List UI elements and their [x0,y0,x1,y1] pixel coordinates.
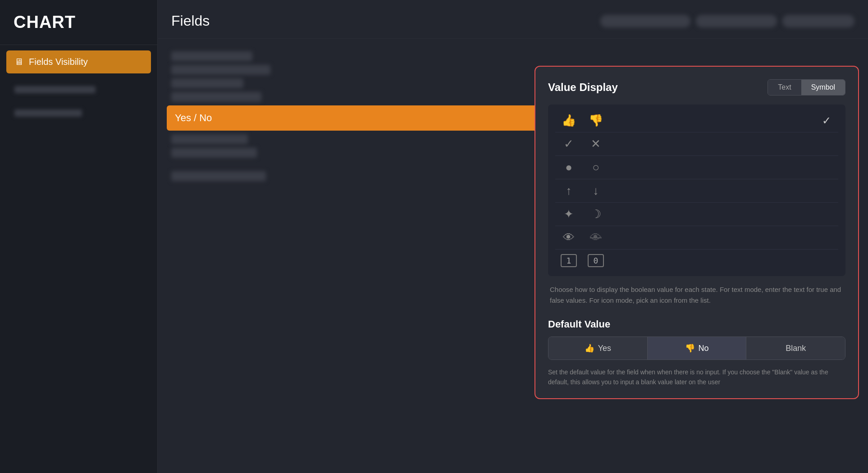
empty-circle-icon: ○ [588,160,604,174]
sidebar-item-fields-visibility[interactable]: 🖥 Fields Visibility [6,50,151,73]
sidebar: CHART 🖥 Fields Visibility [0,0,158,473]
yes-icon: 👍 [585,343,594,353]
symbol-row-check[interactable]: ✓ ✕ [555,132,838,156]
symbol-pair-check: ✓ ✕ [561,137,604,151]
header-blurred-2 [696,15,777,27]
header-right-controls [600,15,854,27]
default-blank-button[interactable]: Blank [746,337,845,359]
selected-check-icon: ✓ [822,114,831,127]
default-yes-button[interactable]: 👍 Yes [548,337,647,359]
selected-field-label: Yes / No [175,112,212,124]
panel-title: Value Display [548,81,618,94]
check-icon: ✓ [561,137,577,151]
sidebar-title: CHART [0,0,157,45]
header-blurred-1 [600,15,690,27]
sidebar-blurred-item-1 [6,81,151,99]
cross-icon: ✕ [588,137,604,151]
blank-label: Blank [786,344,806,353]
one-box-icon: 1 [561,254,577,267]
field-list-area: Yes / No ✕ Value Display Text Symbol [158,39,868,473]
value-display-description: Choose how to display the boolean value … [548,284,845,306]
zero-box-icon: 0 [588,254,604,267]
sidebar-blurred-item-2 [6,104,151,122]
yes-label: Yes [598,344,611,353]
filled-circle-icon: ● [561,160,577,174]
symbol-row-thumbs[interactable]: 👍 👎 ✓ [555,109,838,132]
no-icon: 👎 [685,343,695,353]
text-toggle-button[interactable]: Text [768,80,801,95]
display-toggle[interactable]: Text Symbol [767,79,845,96]
symbol-grid: 👍 👎 ✓ ✓ ✕ ● ○ [548,105,845,276]
sun-icon: ✦ [561,207,577,221]
moon-icon: ☽ [588,207,604,221]
sidebar-divider [0,45,157,45]
blurred-item-1 [14,86,96,93]
symbol-row-sun-moon[interactable]: ✦ ☽ [555,203,838,226]
symbol-pair-binary: 1 0 [561,254,604,267]
symbol-row-eye[interactable]: 👁 👁 [555,226,838,250]
symbol-row-binary[interactable]: 1 0 [555,250,838,272]
symbol-pair-eye: 👁 👁 [561,231,604,245]
thumbs-down-icon: 👎 [588,114,604,127]
symbol-pair-thumbs: 👍 👎 [561,114,604,127]
field-row-blurred-6 [171,148,257,158]
no-label: No [699,344,709,353]
field-row-blurred-3 [171,78,243,88]
down-arrow-icon: ↓ [588,184,604,198]
field-row-blurred-1 [171,51,252,61]
symbol-pair-circle: ● ○ [561,160,604,174]
field-row-blurred-2 [171,65,270,75]
eye-icon: 👁 [561,231,577,245]
field-row-blurred-5 [171,134,248,144]
up-arrow-icon: ↑ [561,184,577,198]
symbol-row-arrow[interactable]: ↑ ↓ [555,179,838,203]
symbol-pair-sun-moon: ✦ ☽ [561,207,604,221]
thumbs-up-icon: 👍 [561,114,577,127]
field-row-blurred-4 [171,92,261,102]
symbol-row-circle[interactable]: ● ○ [555,156,838,179]
default-value-buttons: 👍 Yes 👎 No Blank [548,337,845,360]
default-no-button[interactable]: 👎 No [647,337,746,359]
symbol-toggle-button[interactable]: Symbol [801,80,845,95]
fields-visibility-icon: 🖥 [14,57,23,67]
default-value-description: Set the default value for the field when… [548,367,845,387]
panel-header: Value Display Text Symbol [548,79,845,96]
header-blurred-3 [782,15,854,27]
eye-off-icon: 👁 [588,231,604,245]
default-value-title: Default Value [548,318,845,330]
symbol-pair-arrow: ↑ ↓ [561,184,604,198]
main-header: Fields [158,0,868,39]
value-display-panel: Value Display Text Symbol 👍 👎 ✓ [535,66,859,399]
sidebar-item-label: Fields Visibility [29,57,88,67]
main-area: Fields Yes / No ✕ Value Display [158,0,868,473]
blurred-item-2 [14,109,82,117]
field-row-blurred-7 [171,171,266,181]
main-title: Fields [171,13,210,29]
